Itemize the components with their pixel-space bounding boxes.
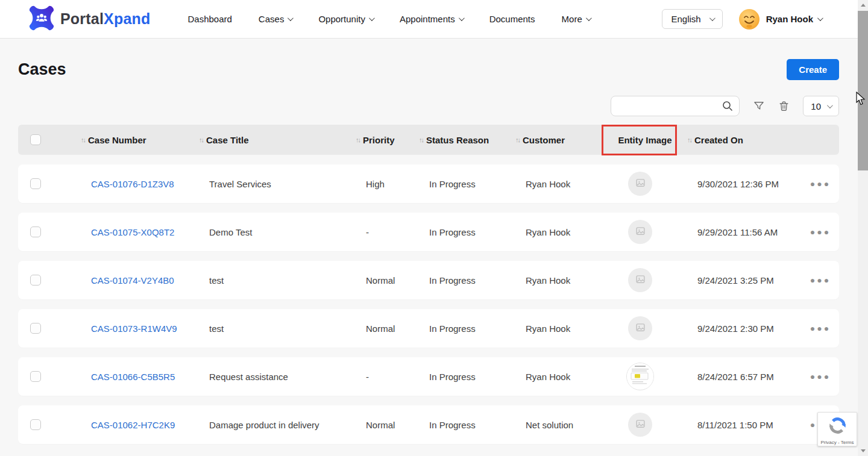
table-row: CAS-01066-C5B5R5 Request assistance - In… [18, 357, 839, 396]
select-all-checkbox[interactable] [30, 134, 41, 145]
row-checkbox-cell [18, 226, 81, 237]
row-menu-ellipsis-icon[interactable]: ●●● [810, 228, 831, 236]
nav-item-appointments[interactable]: Appointments [400, 14, 463, 24]
column-header-customer[interactable]: ↑↓Customer [515, 135, 603, 145]
user-avatar[interactable] [738, 8, 760, 30]
row-checkbox-cell [18, 419, 81, 430]
recaptcha-privacy-terms[interactable]: Privacy - Terms [821, 440, 854, 445]
brand-logo[interactable]: PortalXpand [29, 5, 150, 33]
row-checkbox[interactable] [30, 419, 41, 430]
nav-item-documents[interactable]: Documents [489, 14, 535, 24]
column-header-created-on[interactable]: ↑↓Created On [687, 135, 802, 145]
image-placeholder-icon [635, 226, 646, 239]
case-number-link[interactable]: CAS-01073-R1W4V9 [91, 323, 177, 334]
row-checkbox-cell [18, 178, 81, 189]
row-actions-cell: ●●● [802, 276, 839, 284]
case-number-link[interactable]: CAS-01076-D1Z3V8 [91, 179, 174, 189]
case-number-link[interactable]: CAS-01062-H7C2K9 [91, 420, 175, 430]
page-title: Cases [18, 60, 66, 79]
row-checkbox[interactable] [30, 178, 41, 189]
table-toolbar: 10 [18, 96, 839, 116]
page-header: Cases Create [18, 59, 839, 80]
entity-image [628, 220, 652, 244]
case-title-cell: Travel Services [199, 179, 356, 189]
nav-item-more[interactable]: More [562, 14, 590, 24]
case-number-link[interactable]: CAS-01074-V2Y4B0 [91, 275, 174, 286]
sort-icon[interactable]: ↑↓ [199, 136, 203, 143]
row-checkbox[interactable] [30, 371, 41, 382]
sort-icon[interactable]: ↑↓ [515, 136, 520, 143]
trash-icon[interactable] [778, 100, 790, 112]
entity-image-cell [603, 268, 687, 292]
entity-image-cell [603, 413, 687, 437]
entity-image [628, 268, 652, 292]
image-placeholder-icon [635, 419, 646, 431]
sort-icon[interactable]: ↑↓ [356, 136, 360, 143]
language-selector[interactable]: English [662, 9, 722, 29]
chevron-down-icon [827, 102, 833, 108]
nav-item-opportunity[interactable]: Opportunity [318, 14, 373, 24]
table-row: CAS-01074-V2Y4B0 test Normal In Progress… [18, 261, 839, 299]
priority-cell: Normal [356, 323, 419, 334]
nav-item-dashboard[interactable]: Dashboard [187, 14, 231, 24]
row-menu-ellipsis-icon[interactable]: ●●● [810, 276, 831, 284]
entity-screenshot-thumbnail [627, 363, 653, 390]
case-title-cell: test [199, 323, 356, 334]
scrollbar-thumb[interactable] [858, 11, 868, 170]
brand-name: PortalXpand [60, 10, 150, 28]
page-size-select[interactable]: 10 [803, 96, 839, 116]
row-menu-ellipsis-icon[interactable]: ●●● [810, 372, 831, 381]
case-number-cell: CAS-01062-H7C2K9 [81, 420, 199, 430]
column-header-status-reason[interactable]: ↑↓Status Reason [419, 135, 515, 145]
scroll-up-button[interactable] [858, 0, 868, 10]
search-icon[interactable] [722, 100, 734, 114]
chevron-down-icon [459, 15, 465, 21]
table-row: CAS-01073-R1W4V9 test Normal In Progress… [18, 309, 839, 348]
status-reason-cell: In Progress [419, 179, 515, 189]
scroll-down-arrow-icon [861, 449, 866, 452]
row-actions-cell: ●●● [802, 180, 839, 188]
vertical-scrollbar[interactable] [858, 0, 868, 456]
scroll-up-arrow-icon [861, 4, 866, 7]
case-number-cell: CAS-01076-D1Z3V8 [81, 179, 199, 189]
status-reason-cell: In Progress [419, 420, 515, 430]
sort-icon[interactable]: ↑↓ [81, 136, 85, 143]
user-menu[interactable]: Ryan Hook [766, 14, 822, 24]
status-reason-cell: In Progress [419, 372, 515, 382]
case-number-link[interactable]: CAS-01066-C5B5R5 [91, 372, 175, 382]
row-checkbox-cell [18, 323, 81, 334]
nav-item-cases[interactable]: Cases [259, 14, 292, 24]
created-on-cell: 9/24/2021 2:30 PM [687, 323, 802, 334]
row-checkbox[interactable] [30, 275, 41, 286]
header-checkbox-cell [18, 134, 81, 145]
row-menu-ellipsis-icon[interactable]: ●●● [810, 180, 831, 188]
scroll-down-button[interactable] [858, 446, 868, 456]
row-menu-ellipsis-icon[interactable]: ●●● [810, 324, 831, 333]
customer-cell: Ryan Hook [515, 372, 603, 382]
recaptcha-logo-icon [828, 416, 848, 438]
navbar-right: English Ryan Hook [662, 8, 822, 30]
filter-icon[interactable] [753, 100, 765, 112]
table-row: CAS-01062-H7C2K9 Damage product in deliv… [18, 405, 839, 444]
table-body: CAS-01076-D1Z3V8 Travel Services High In… [18, 164, 839, 444]
customer-cell: Ryan Hook [515, 179, 603, 189]
case-number-link[interactable]: CAS-01075-X0Q8T2 [91, 227, 174, 237]
main-content: Cases Create 10 [0, 39, 858, 444]
row-checkbox[interactable] [30, 226, 41, 237]
table-header-row: ↑↓Case Number ↑↓Case Title ↑↓Priority ↑↓… [18, 125, 839, 155]
row-actions-cell: ●●● [802, 324, 839, 333]
create-button[interactable]: Create [787, 59, 839, 80]
column-header-case-title[interactable]: ↑↓Case Title [199, 135, 356, 145]
entity-image [628, 316, 652, 340]
recaptcha-badge[interactable]: Privacy - Terms [817, 412, 857, 446]
case-title-cell: Demo Test [199, 227, 356, 237]
search-input[interactable] [611, 96, 740, 116]
sort-icon[interactable]: ↑↓ [419, 136, 423, 143]
row-checkbox[interactable] [30, 323, 41, 334]
priority-cell: - [356, 227, 419, 237]
column-header-priority[interactable]: ↑↓Priority [356, 135, 419, 145]
created-on-cell: 9/24/2021 3:25 PM [687, 275, 802, 286]
column-header-case-number[interactable]: ↑↓Case Number [81, 135, 199, 145]
sort-icon[interactable]: ↑↓ [687, 136, 691, 143]
customer-cell: Net solution [515, 420, 603, 430]
